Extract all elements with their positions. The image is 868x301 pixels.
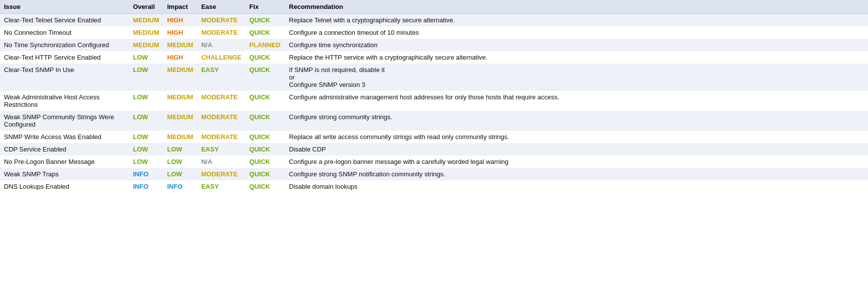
cell-impact: MEDIUM: [163, 64, 198, 91]
header-recommendation: Recommendation: [285, 0, 868, 14]
cell-ease: N/A: [197, 39, 245, 51]
header-overall: Overall: [129, 0, 163, 14]
table-row: Weak Administrative Host Access Restrict…: [0, 91, 868, 111]
cell-fix: QUICK: [245, 143, 285, 155]
cell-recommendation: Replace all write access community strin…: [285, 131, 868, 143]
table-row: SNMP Write Access Was EnabledLOWMEDIUMMO…: [0, 131, 868, 143]
cell-impact: MEDIUM: [163, 111, 198, 131]
cell-recommendation: If SNMP is not required, disable itorCon…: [285, 64, 868, 91]
table-row: No Connection TimeoutMEDIUMHIGHMODERATEQ…: [0, 26, 868, 39]
cell-overall: LOW: [129, 51, 163, 64]
cell-recommendation: Configure a pre-logon banner message wit…: [285, 155, 868, 168]
cell-recommendation: Replace the HTTP service with a cryptogr…: [285, 51, 868, 64]
cell-fix: QUICK: [245, 180, 285, 193]
cell-impact: MEDIUM: [163, 39, 198, 51]
cell-overall: LOW: [129, 91, 163, 111]
cell-issue: SNMP Write Access Was Enabled: [0, 131, 129, 143]
cell-recommendation: Disable CDP: [285, 143, 868, 155]
cell-issue: DNS Lookups Enabled: [0, 180, 129, 193]
cell-impact: HIGH: [163, 26, 198, 39]
table-row: Clear-Text HTTP Service EnabledLOWHIGHCH…: [0, 51, 868, 64]
cell-fix: PLANNED: [245, 39, 285, 51]
cell-issue: No Pre-Logon Banner Message: [0, 155, 129, 168]
cell-recommendation: Configure time synchronization: [285, 39, 868, 51]
cell-overall: INFO: [129, 180, 163, 193]
table-row: No Time Synchronization ConfiguredMEDIUM…: [0, 39, 868, 51]
cell-issue: No Time Synchronization Configured: [0, 39, 129, 51]
cell-recommendation: Configure a connection timeout of 10 min…: [285, 26, 868, 39]
cell-impact: HIGH: [163, 14, 198, 27]
cell-issue: Weak SNMP Community Strings Were Configu…: [0, 111, 129, 131]
cell-ease: EASY: [197, 64, 245, 91]
cell-fix: QUICK: [245, 131, 285, 143]
cell-issue: Clear-Text Telnet Service Enabled: [0, 14, 129, 27]
cell-issue: Weak SNMP Traps: [0, 168, 129, 180]
cell-impact: LOW: [163, 155, 198, 168]
cell-impact: LOW: [163, 143, 198, 155]
cell-overall: LOW: [129, 131, 163, 143]
table-row: Weak SNMP Community Strings Were Configu…: [0, 111, 868, 131]
cell-fix: QUICK: [245, 155, 285, 168]
cell-recommendation: Configure strong SNMP notification commu…: [285, 168, 868, 180]
cell-fix: QUICK: [245, 64, 285, 91]
cell-overall: MEDIUM: [129, 26, 163, 39]
table-row: Clear-Text SNMP In UseLOWMEDIUMEASYQUICK…: [0, 64, 868, 91]
cell-overall: LOW: [129, 143, 163, 155]
cell-fix: QUICK: [245, 111, 285, 131]
header-fix: Fix: [245, 0, 285, 14]
cell-issue: No Connection Timeout: [0, 26, 129, 39]
cell-ease: MODERATE: [197, 14, 245, 27]
header-ease: Ease: [197, 0, 245, 14]
table-row: DNS Lookups EnabledINFOINFOEASYQUICKDisa…: [0, 180, 868, 193]
cell-fix: QUICK: [245, 51, 285, 64]
cell-recommendation: Disable domain lookups: [285, 180, 868, 193]
cell-overall: LOW: [129, 64, 163, 91]
table-row: No Pre-Logon Banner MessageLOWLOWN/AQUIC…: [0, 155, 868, 168]
cell-recommendation: Configure strong community strings.: [285, 111, 868, 131]
cell-fix: QUICK: [245, 14, 285, 27]
cell-overall: LOW: [129, 111, 163, 131]
cell-fix: QUICK: [245, 168, 285, 180]
header-impact: Impact: [163, 0, 198, 14]
cell-overall: LOW: [129, 155, 163, 168]
cell-ease: MODERATE: [197, 168, 245, 180]
cell-impact: INFO: [163, 180, 198, 193]
cell-overall: MEDIUM: [129, 39, 163, 51]
cell-fix: QUICK: [245, 26, 285, 39]
cell-ease: MODERATE: [197, 111, 245, 131]
cell-overall: INFO: [129, 168, 163, 180]
cell-issue: Clear-Text HTTP Service Enabled: [0, 51, 129, 64]
cell-ease: EASY: [197, 143, 245, 155]
cell-issue: Weak Administrative Host Access Restrict…: [0, 91, 129, 111]
cell-impact: MEDIUM: [163, 131, 198, 143]
cell-ease: N/A: [197, 155, 245, 168]
table-row: Weak SNMP TrapsINFOLOWMODERATEQUICKConfi…: [0, 168, 868, 180]
cell-ease: MODERATE: [197, 91, 245, 111]
cell-ease: CHALLENGE: [197, 51, 245, 64]
cell-impact: MEDIUM: [163, 91, 198, 111]
cell-recommendation: Replace Telnet with a cryptographically …: [285, 14, 868, 27]
cell-fix: QUICK: [245, 91, 285, 111]
table-row: CDP Service EnabledLOWLOWEASYQUICKDisabl…: [0, 143, 868, 155]
cell-ease: EASY: [197, 180, 245, 193]
table-row: Clear-Text Telnet Service EnabledMEDIUMH…: [0, 14, 868, 27]
cell-impact: LOW: [163, 168, 198, 180]
header-issue: Issue: [0, 0, 129, 14]
cell-overall: MEDIUM: [129, 14, 163, 27]
cell-issue: CDP Service Enabled: [0, 143, 129, 155]
cell-impact: HIGH: [163, 51, 198, 64]
cell-recommendation: Configure administrative management host…: [285, 91, 868, 111]
cell-issue: Clear-Text SNMP In Use: [0, 64, 129, 91]
cell-ease: MODERATE: [197, 26, 245, 39]
cell-ease: MODERATE: [197, 131, 245, 143]
